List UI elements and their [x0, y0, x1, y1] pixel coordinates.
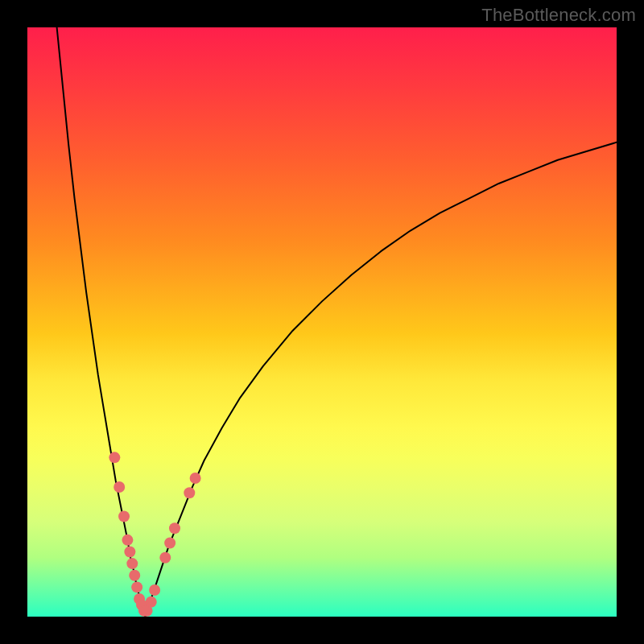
curve-layer	[27, 27, 617, 617]
data-marker	[190, 473, 201, 484]
data-marker	[169, 522, 180, 534]
data-marker	[164, 538, 175, 549]
watermark-label: TheBottleneck.com	[481, 5, 636, 26]
curve-left-branch	[57, 27, 146, 617]
data-marker	[122, 535, 133, 546]
data-marker	[126, 558, 138, 569]
data-marker	[149, 584, 160, 596]
curve-right-branch	[145, 142, 617, 617]
data-marker	[184, 487, 195, 498]
data-marker	[129, 570, 140, 581]
data-marker	[124, 546, 135, 557]
data-marker	[114, 481, 125, 493]
data-marker	[109, 452, 120, 463]
data-marker	[146, 597, 157, 608]
data-marker	[118, 511, 130, 522]
data-marker	[159, 552, 171, 564]
chart-frame: TheBottleneck.com	[0, 0, 644, 644]
data-marker	[131, 581, 142, 592]
plot-area	[27, 27, 617, 617]
